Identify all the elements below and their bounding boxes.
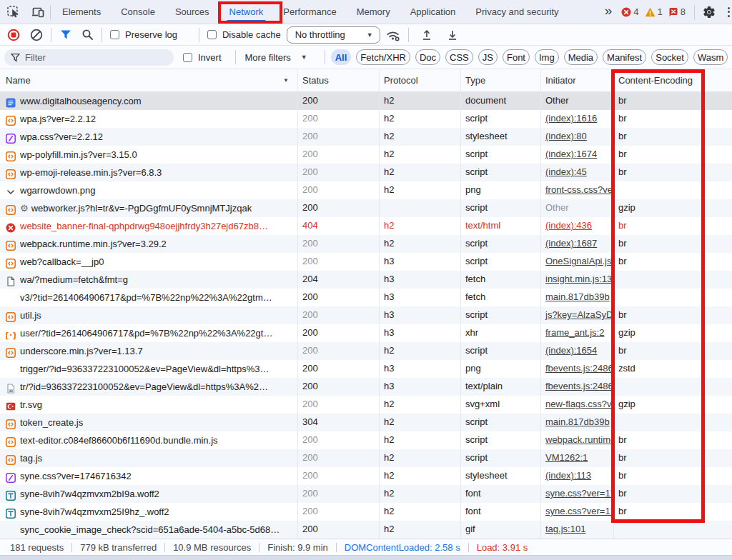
initiator-link[interactable]: js?key=AlzaSyD <box>545 309 613 320</box>
request-name-cell[interactable]: wpa.css?ver=2.2.12 <box>0 128 298 146</box>
more-filters-dropdown[interactable]: More filters ▼ <box>245 52 307 63</box>
initiator-link[interactable]: VM1262:1 <box>545 452 588 463</box>
request-row[interactable]: wa/?medium=fetch&fmt=g204h3fetchinsight.… <box>0 271 732 289</box>
initiator-link[interactable]: OneSignalApi.js:1 <box>545 256 614 266</box>
initiator-link[interactable]: main.817db39b <box>545 291 610 302</box>
request-row[interactable]: www.digitalhouseagency.com200h2documentO… <box>0 92 732 110</box>
initiator-link[interactable]: fbevents.js:2486 <box>545 381 613 391</box>
request-name-cell[interactable]: syne-8vih7w4qzmvxm2bI9a.woff2 <box>0 485 298 503</box>
tab-memory[interactable]: Memory <box>347 0 400 24</box>
initiator-link[interactable]: syne.css?ver=17 <box>545 488 614 499</box>
request-name-cell[interactable]: tr/?id=936337223100052&ev=PageView&dl=ht… <box>0 378 298 396</box>
request-row[interactable]: syne-8vih7w4qzmvxm2bI9a.woff2200h2fontsy… <box>0 485 732 503</box>
request-row[interactable]: trigger/?id=936337223100052&ev=PageView&… <box>0 360 732 378</box>
request-row[interactable]: text-editor.c084ef86600b6f11690d.bundle.… <box>0 431 732 449</box>
filter-chip-fetch-xhr[interactable]: Fetch/XHR <box>356 49 410 65</box>
request-name-cell[interactable]: syne-8vih7w4qzmvxm25I9hz_.woff2 <box>0 503 298 521</box>
request-name-cell[interactable]: syne.css?ver=1746716342 <box>0 467 298 485</box>
request-name-cell[interactable]: v3/?tid=2614064906717&pd=%7B%22np%22%3A%… <box>0 289 298 306</box>
request-row[interactable]: wgarrowdown.png200h2pngfront-css.css?ve <box>0 181 732 199</box>
request-name-cell[interactable]: webpack.runtime.min.js?ver=3.29.2 <box>0 235 298 253</box>
request-row[interactable]: token_create.js304h2scriptmain.817db39b <box>0 414 732 431</box>
request-row[interactable]: tr/?id=936337223100052&ev=PageView&dl=ht… <box>0 378 732 396</box>
initiator-link[interactable]: (index):1654 <box>545 345 597 356</box>
request-name-cell[interactable]: util.js <box>0 306 298 324</box>
import-har-button[interactable] <box>416 25 437 45</box>
initiator-link[interactable]: insight.min.js:13 <box>545 274 612 284</box>
tab-sources[interactable]: Sources <box>165 0 219 24</box>
column-header-initiator[interactable]: Initiator <box>541 69 614 91</box>
request-row[interactable]: webpack.runtime.min.js?ver=3.29.2200h2sc… <box>0 235 732 253</box>
filter-chip-manifest[interactable]: Manifest <box>603 49 646 65</box>
issues-badge[interactable]: 8 <box>668 6 686 17</box>
filter-chip-css[interactable]: CSS <box>445 49 473 65</box>
tab-performance[interactable]: Performance <box>273 0 346 24</box>
request-row[interactable]: {·}user/?tid=2614064906717&pd=%7B%22np%2… <box>0 324 732 342</box>
column-header-status[interactable]: Status <box>298 69 380 91</box>
invert-checkbox[interactable] <box>183 53 192 62</box>
request-name-cell[interactable]: trigger/?id=936337223100052&ev=PageView&… <box>0 360 298 378</box>
request-name-cell[interactable]: wgarrowdown.png <box>0 181 298 199</box>
initiator-link[interactable]: new-flags.css?ve <box>545 399 614 409</box>
export-har-button[interactable] <box>442 25 463 45</box>
request-row[interactable]: wp-polyfill.min.js?ver=3.15.0200h2script… <box>0 146 732 164</box>
filter-toggle-button[interactable] <box>55 25 76 45</box>
filter-chip-font[interactable]: Font <box>503 49 530 65</box>
request-name-cell[interactable]: web?callback=__jp0 <box>0 253 298 271</box>
initiator-link[interactable]: syne.css?ver=17 <box>545 506 614 516</box>
request-name-cell[interactable]: text-editor.c084ef86600b6f11690d.bundle.… <box>0 431 298 449</box>
request-name-cell[interactable]: token_create.js <box>0 414 298 431</box>
filter-chip-media[interactable]: Media <box>564 49 598 65</box>
column-header-protocol[interactable]: Protocol <box>380 69 461 91</box>
request-name-cell[interactable]: ⚙webworker.js?hl=tr&v=-PgDGgfmUF0ySmnjMT… <box>0 199 298 217</box>
tab-console[interactable]: Console <box>111 0 165 24</box>
request-row[interactable]: util.js200h3scriptjs?key=AlzaSyDbr <box>0 306 732 324</box>
column-header-content-encoding[interactable]: Content-Encoding <box>614 69 732 91</box>
initiator-link[interactable]: frame_ant.js:2 <box>545 327 604 338</box>
column-header-name[interactable]: Name ▼ <box>0 69 298 91</box>
tab-network[interactable]: Network <box>219 0 274 24</box>
initiator-link[interactable]: (index):1616 <box>545 113 597 124</box>
request-row[interactable]: ⚙webworker.js?hl=tr&v=-PgDGgfmUF0ySmnjMT… <box>0 199 732 217</box>
request-name-cell[interactable]: wp-emoji-release.min.js?ver=6.8.3 <box>0 164 298 181</box>
request-name-cell[interactable]: sync_cookie_image_check?scid=651a6ade-54… <box>0 521 298 539</box>
request-row[interactable]: syne.css?ver=1746716342200h2stylesheet(i… <box>0 467 732 485</box>
request-name-cell[interactable]: www.digitalhouseagency.com <box>0 92 298 110</box>
more-tabs-icon[interactable]: » <box>605 3 613 19</box>
request-row[interactable]: wpa.js?ver=2.2.12200h2script(index):1616… <box>0 110 732 128</box>
filter-chip-img[interactable]: Img <box>535 49 559 65</box>
request-row[interactable]: underscore.min.js?ver=1.13.7200h2script(… <box>0 342 732 360</box>
clear-network-log-button[interactable] <box>26 25 47 45</box>
request-name-cell[interactable]: tag.js <box>0 449 298 467</box>
inspect-element-icon[interactable] <box>1 0 26 24</box>
filter-chip-doc[interactable]: Doc <box>415 49 440 65</box>
request-name-cell[interactable]: wa/?medium=fetch&fmt=g <box>0 271 298 289</box>
settings-button[interactable] <box>698 5 721 19</box>
initiator-link[interactable]: main.817db39b <box>545 416 610 427</box>
request-row[interactable]: sync_cookie_image_check?scid=651a6ade-54… <box>0 521 732 539</box>
request-name-cell[interactable]: website_banner-final-qphpdrwg948oejjhfrd… <box>0 217 298 235</box>
request-name-cell[interactable]: wp-polyfill.min.js?ver=3.15.0 <box>0 146 298 164</box>
console-errors-badge[interactable]: 4 <box>621 6 638 17</box>
throttling-select[interactable]: No throttling ▼ <box>287 26 380 44</box>
initiator-link[interactable]: (index):1674 <box>545 149 597 159</box>
request-row[interactable]: web?callback=__jp0200h3scriptOneSignalAp… <box>0 253 732 271</box>
initiator-link[interactable]: (index):113 <box>545 470 591 481</box>
request-name-cell[interactable]: wpa.js?ver=2.2.12 <box>0 110 298 128</box>
preserve-log-checkbox[interactable] <box>110 30 119 39</box>
initiator-link[interactable]: (index):436 <box>545 220 592 231</box>
tab-application[interactable]: Application <box>400 0 466 24</box>
filter-chip-js[interactable]: JS <box>478 49 498 65</box>
request-name-cell[interactable]: {·}user/?tid=2614064906717&pd=%7B%22np%2… <box>0 324 298 342</box>
filter-chip-socket[interactable]: Socket <box>651 49 688 65</box>
console-warnings-badge[interactable]: 1 <box>645 6 663 17</box>
toggle-device-toolbar-icon[interactable] <box>26 0 50 24</box>
initiator-link[interactable]: front-css.css?ve <box>545 184 613 195</box>
record-network-log-button[interactable] <box>3 25 24 45</box>
initiator-link[interactable]: (index):1687 <box>545 238 597 249</box>
request-row[interactable]: website_banner-final-qphpdrwg948oejjhfrd… <box>0 217 732 235</box>
request-name-cell[interactable]: tr.svg <box>0 396 298 414</box>
request-row[interactable]: v3/?tid=2614064906717&pd=%7B%22np%22%3A%… <box>0 289 732 306</box>
initiator-link[interactable]: webpack.runtime <box>545 434 614 445</box>
tab-privacy-and-security[interactable]: Privacy and security <box>465 0 568 24</box>
